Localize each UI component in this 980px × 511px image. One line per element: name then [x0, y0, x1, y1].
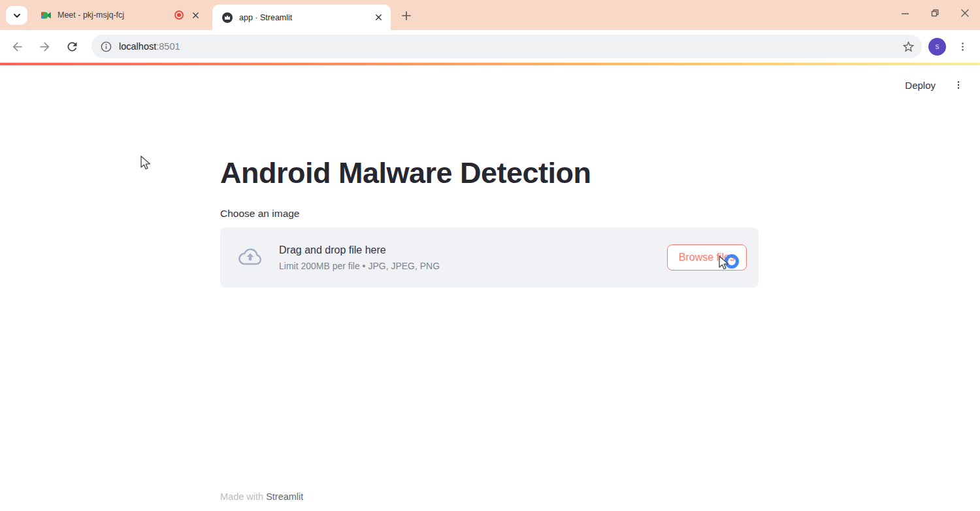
browser-window: Meet - pkj-msjq-fcj app · Streamlit: [0, 0, 980, 511]
profile-initial: s: [936, 42, 939, 51]
file-dropzone[interactable]: Drag and drop file here Limit 200MB per …: [220, 227, 759, 288]
streamlit-app-header: Deploy: [905, 73, 968, 97]
page-title: Android Malware Detection: [220, 156, 759, 191]
back-button[interactable]: [5, 35, 29, 58]
tab-search-button[interactable]: [6, 6, 27, 25]
close-icon: [960, 8, 970, 18]
close-window-button[interactable]: [950, 0, 980, 26]
restore-icon: [930, 8, 939, 18]
recording-indicator-icon: [174, 10, 184, 20]
deploy-button[interactable]: Deploy: [905, 80, 936, 91]
dropzone-texts: Drag and drop file here Limit 200MB per …: [279, 244, 667, 271]
window-controls: [890, 0, 980, 26]
address-bar[interactable]: localhost:8501: [91, 35, 922, 58]
uploader-label: Choose an image: [220, 208, 759, 220]
browse-files-button[interactable]: Browse files: [667, 244, 747, 271]
close-icon: [192, 12, 199, 19]
profile-avatar[interactable]: s: [928, 38, 946, 56]
google-meet-icon: [41, 10, 52, 21]
restore-button[interactable]: [920, 0, 950, 26]
chevron-down-icon: [12, 11, 22, 20]
reload-icon: [65, 40, 79, 54]
browser-menu-button[interactable]: [951, 35, 973, 58]
browser-toolbar: localhost:8501 s: [0, 30, 980, 63]
kebab-icon: [953, 80, 964, 90]
url-host: localhost: [119, 41, 156, 52]
close-icon: [375, 14, 382, 21]
drop-instructions: Drag and drop file here: [279, 244, 667, 256]
drop-limit: Limit 200MB per file • JPG, JPEG, PNG: [279, 261, 667, 271]
tab-title: app · Streamlit: [239, 13, 372, 22]
tab-strip: Meet - pkj-msjq-fcj app · Streamlit: [0, 0, 980, 30]
new-tab-button[interactable]: [397, 7, 416, 25]
plus-icon: [402, 11, 411, 20]
tab-meet[interactable]: Meet - pkj-msjq-fcj: [31, 0, 208, 30]
cloud-upload-icon: [235, 246, 265, 269]
back-icon: [10, 40, 24, 54]
streamlit-page: Deploy Android Malware Detection Choose …: [0, 65, 980, 511]
tab-close-button[interactable]: [372, 12, 384, 24]
tab-close-button[interactable]: [189, 9, 201, 21]
forward-button[interactable]: [33, 35, 56, 58]
minimize-button[interactable]: [890, 0, 920, 26]
forward-icon: [38, 40, 52, 54]
tab-streamlit-app[interactable]: app · Streamlit: [212, 5, 391, 30]
app-footer: Made with Streamlit: [220, 491, 303, 502]
kebab-icon: [957, 41, 968, 52]
app-menu-button[interactable]: [949, 75, 968, 95]
url-port: :8501: [156, 41, 180, 52]
url-text[interactable]: localhost:8501: [119, 41, 902, 52]
streamlit-link[interactable]: Streamlit: [266, 491, 303, 502]
made-with-text: Made with: [220, 491, 266, 502]
streamlit-favicon-icon: [221, 12, 233, 24]
bookmark-star-icon[interactable]: [902, 40, 915, 54]
page-info-icon[interactable]: [100, 41, 112, 53]
minimize-icon: [901, 9, 909, 18]
tab-title: Meet - pkj-msjq-fcj: [57, 10, 174, 20]
reload-button[interactable]: [60, 35, 84, 58]
main-content: Android Malware Detection Choose an imag…: [220, 156, 759, 288]
